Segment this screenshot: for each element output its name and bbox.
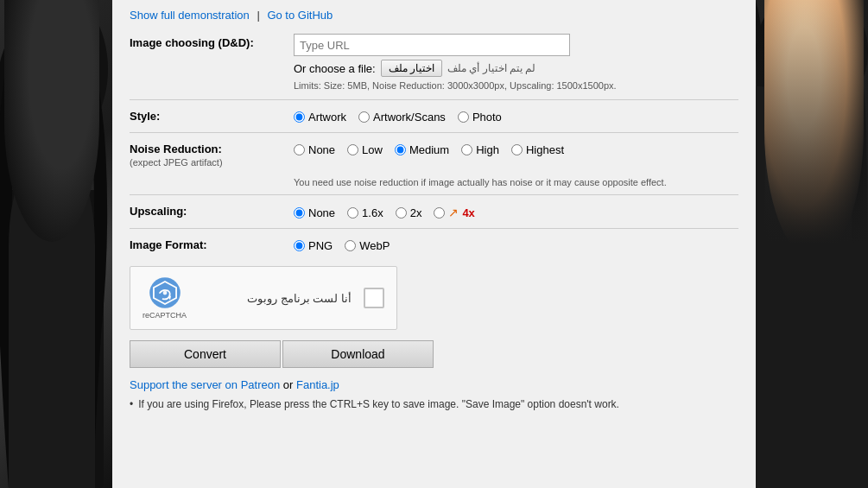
style-photo-option[interactable]: Photo: [458, 111, 502, 124]
svg-point-8: [822, 126, 853, 150]
noise-low-option[interactable]: Low: [347, 143, 383, 156]
recaptcha-logo-area: reCAPTCHA: [143, 276, 187, 320]
noise-reduction-controls: None Low Medium High Highest: [294, 140, 738, 156]
noise-none-radio[interactable]: [294, 144, 305, 155]
svg-rect-5: [48, 255, 82, 276]
format-png-label: PNG: [308, 239, 333, 252]
patreon-link[interactable]: Support the server on Patreon: [130, 378, 280, 391]
url-input[interactable]: [294, 34, 570, 56]
divider-3: [130, 194, 738, 195]
format-webp-radio[interactable]: [345, 240, 356, 251]
svg-point-0: [4, 0, 108, 147]
image-choosing-row: Image choosing (D&D): Or choose a file: …: [130, 34, 738, 91]
style-artwork-radio[interactable]: [294, 111, 305, 123]
svg-rect-3: [9, 190, 104, 488]
right-character-svg: [756, 0, 868, 488]
action-buttons-row: Convert Download: [130, 340, 738, 368]
upscaling-none-radio[interactable]: [294, 207, 305, 219]
upscaling-label: Upscaling:: [130, 202, 294, 218]
noise-medium-label: Medium: [409, 143, 449, 156]
noise-low-radio[interactable]: [347, 144, 358, 155]
noise-reduction-row: Noise Reduction: (expect JPEG artifact) …: [130, 140, 738, 168]
style-row: Style: Artwork Artwork/Scans Photo: [130, 107, 738, 124]
upscaling-controls: None 1.6x 2x ↗ 4x: [294, 202, 738, 219]
svg-point-4: [46, 252, 84, 283]
noise-high-radio[interactable]: [461, 144, 472, 155]
noise-none-option[interactable]: None: [294, 143, 335, 156]
style-artwork-label: Artwork: [308, 111, 346, 124]
image-format-controls: PNG WebP: [294, 236, 738, 252]
svg-point-9: [796, 111, 810, 122]
divider-2: [130, 132, 738, 133]
divider-1: [130, 99, 738, 100]
choose-file-button[interactable]: اختيار ملف: [381, 60, 442, 77]
noise-medium-option[interactable]: Medium: [395, 143, 449, 156]
or-choose-label: Or choose a file:: [294, 62, 376, 75]
noise-highest-radio[interactable]: [511, 144, 523, 155]
format-png-option[interactable]: PNG: [294, 239, 333, 252]
style-artwork-option[interactable]: Artwork: [294, 111, 346, 124]
noise-reduction-sub-label: (expect JPEG artifact): [130, 157, 223, 168]
svg-rect-11: [769, 173, 855, 488]
upscaling-row: Upscaling: None 1.6x 2x ↗ 4x: [130, 202, 738, 219]
image-format-row: Image Format: PNG WebP: [130, 236, 738, 252]
format-webp-option[interactable]: WebP: [345, 239, 390, 252]
download-button[interactable]: Download: [282, 340, 434, 368]
github-link[interactable]: Go to GitHub: [267, 9, 333, 22]
svg-point-7: [768, 71, 851, 171]
noise-highest-option[interactable]: Highest: [511, 143, 564, 156]
upscaling-none-label: None: [308, 206, 335, 219]
bg-right-decoration: [756, 0, 868, 488]
recaptcha-widget[interactable]: reCAPTCHA أنا لست برنامج روبوت: [130, 266, 397, 330]
style-radio-group: Artwork Artwork/Scans Photo: [294, 107, 738, 124]
upscaling-none-option[interactable]: None: [294, 206, 335, 219]
firefox-note: If you are using Firefox, Please press t…: [130, 398, 738, 410]
svg-point-2: [23, 91, 101, 186]
convert-button[interactable]: Convert: [130, 340, 281, 368]
upscaling-4x-radio[interactable]: [434, 207, 445, 219]
recaptcha-brand-name: reCAPTCHA: [143, 311, 187, 320]
style-artworkscans-option[interactable]: Artwork/Scans: [358, 111, 446, 124]
show-demo-link[interactable]: Show full demonstration: [130, 9, 250, 22]
noise-low-label: Low: [362, 143, 383, 156]
style-label: Style:: [130, 107, 294, 123]
noise-reduction-label: Noise Reduction: (expect JPEG artifact): [130, 140, 294, 168]
upscaling-4x-option[interactable]: ↗ 4x: [434, 206, 474, 219]
recaptcha-not-robot-text: أنا لست برنامج روبوت: [199, 292, 352, 305]
upscaling-2x-option[interactable]: 2x: [396, 206, 422, 219]
left-character-svg: [0, 0, 112, 488]
recaptcha-checkbox[interactable]: [364, 288, 384, 308]
svg-point-10: [814, 110, 827, 120]
upscaling-1x6-option[interactable]: 1.6x: [347, 206, 383, 219]
no-file-chosen-text: لم يتم اختيار أي ملف: [447, 62, 535, 74]
image-choosing-label: Image choosing (D&D):: [130, 34, 294, 49]
style-artworkscans-label: Artwork/Scans: [373, 111, 446, 124]
divider-4: [130, 228, 738, 229]
firefox-note-text: If you are using Firefox, Please press t…: [138, 398, 619, 410]
file-row: Or choose a file: اختيار ملف لم يتم اختي…: [294, 60, 738, 77]
upscaling-4x-icon: ↗: [448, 206, 459, 219]
noise-none-label: None: [308, 143, 335, 156]
image-choosing-controls: Or choose a file: اختيار ملف لم يتم اختي…: [294, 34, 738, 91]
style-photo-radio[interactable]: [458, 111, 469, 123]
upscaling-2x-radio[interactable]: [396, 207, 407, 219]
recaptcha-logo-icon: [149, 276, 181, 309]
svg-point-6: [756, 0, 868, 117]
noise-medium-radio[interactable]: [395, 144, 406, 155]
upscaling-2x-label: 2x: [410, 206, 422, 219]
fantia-link[interactable]: Fantia.jp: [296, 378, 339, 391]
svg-point-13: [162, 290, 167, 295]
image-format-label: Image Format:: [130, 236, 294, 251]
style-controls: Artwork Artwork/Scans Photo: [294, 107, 738, 124]
style-photo-label: Photo: [472, 111, 502, 124]
style-artworkscans-radio[interactable]: [358, 111, 370, 123]
link-separator: |: [257, 9, 259, 22]
noise-radio-group: None Low Medium High Highest: [294, 140, 738, 156]
upscaling-1x6-label: 1.6x: [362, 206, 383, 219]
noise-high-option[interactable]: High: [461, 143, 499, 156]
format-png-radio[interactable]: [294, 240, 305, 251]
noise-high-label: High: [476, 143, 499, 156]
top-links-bar: Show full demonstration | Go to GitHub: [130, 9, 738, 22]
format-webp-label: WebP: [359, 239, 390, 252]
upscaling-1x6-radio[interactable]: [347, 207, 358, 219]
